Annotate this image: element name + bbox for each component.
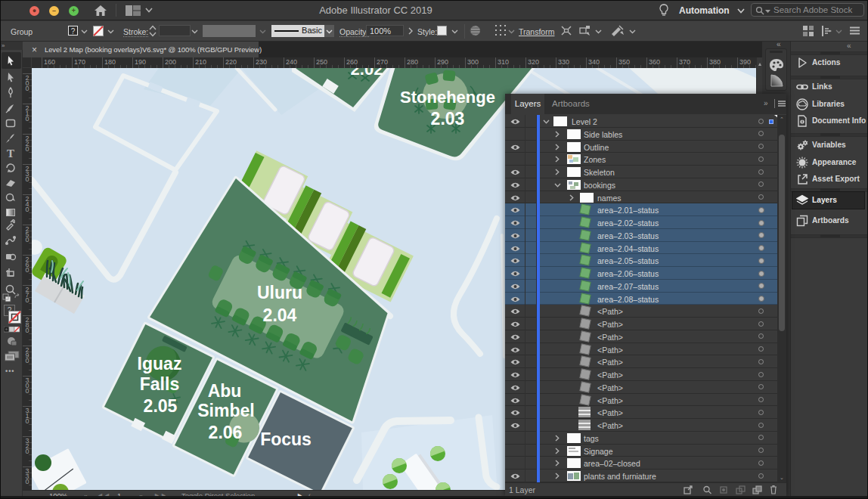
svg-text:2.05: 2.05 — [144, 396, 178, 416]
svg-text:Falls: Falls — [140, 374, 179, 394]
svg-text:Iguaz: Iguaz — [138, 354, 182, 373]
svg-text:T: T — [7, 147, 14, 160]
svg-text:2.03: 2.03 — [431, 109, 465, 129]
svg-text:Stonehenge: Stonehenge — [400, 88, 495, 107]
svg-text:Abu: Abu — [208, 381, 242, 401]
svg-text:2.06: 2.06 — [209, 423, 243, 442]
svg-text:Focus: Focus — [260, 429, 312, 449]
svg-text:2.02: 2.02 — [351, 68, 383, 79]
svg-text:Simbel: Simbel — [197, 401, 254, 420]
svg-text:2.04: 2.04 — [263, 305, 297, 325]
svg-text:Uluru: Uluru — [257, 283, 302, 302]
